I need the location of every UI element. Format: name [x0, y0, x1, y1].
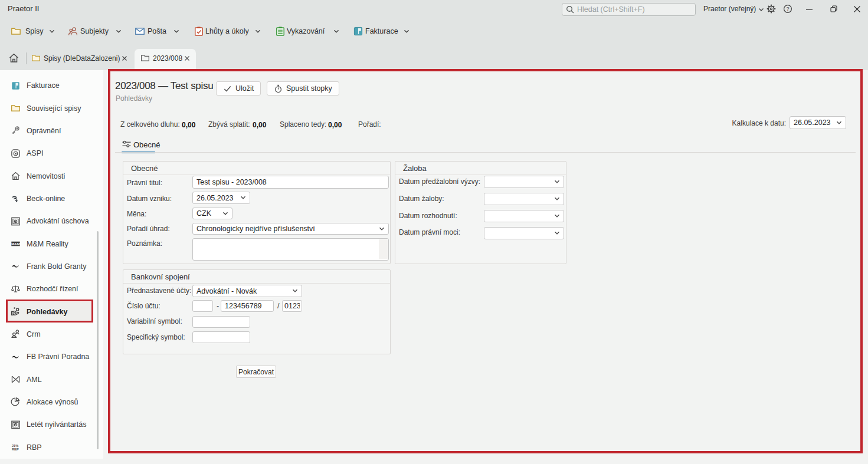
prednastavene-ucty-label: Přednastavené účty: [127, 287, 191, 295]
stat-paid-label: Splaceno tedy: [280, 120, 326, 129]
sidebar-item-frank-bold-granty[interactable]: Frank Bold Granty [0, 255, 103, 278]
chevron-down-icon [554, 214, 560, 218]
pie-chart-icon [11, 397, 21, 407]
sidebar-item-pohledavky[interactable]: Pohledávky [0, 300, 103, 323]
poznamka-textarea[interactable] [192, 238, 389, 261]
safe-icon [11, 216, 21, 226]
sidebar-item-label: Crm [27, 330, 41, 338]
datum-zaloby-label: Datum žaloby: [399, 195, 444, 203]
datum-predzalobni-vyzvy-combo[interactable] [484, 176, 564, 188]
sidebar-item-label: Letét nyilvántartás [27, 420, 86, 429]
people-icon [68, 26, 78, 37]
menu-item-label: Fakturace [365, 27, 398, 35]
sidebar-item-aspi[interactable]: ASPI [0, 142, 103, 164]
cislo-uctu-prefix-input[interactable] [192, 300, 213, 312]
cislo-uctu-number-input[interactable] [221, 300, 274, 312]
pravni-titul-label: Právní titul: [127, 179, 162, 187]
crossed-box-icon [11, 374, 21, 384]
sidebar-item-opravneni[interactable]: Oprávnění [0, 120, 103, 142]
check-icon [223, 84, 232, 93]
calc-date-combo[interactable]: 26.05.2023 [790, 116, 846, 129]
sidebar-item-souvisejici-spisy[interactable]: Související spisy [0, 97, 103, 119]
tab-strip-divider [115, 152, 856, 153]
sidebar-item-label: ASPI [27, 149, 44, 157]
sidebar-item-mm-reality[interactable]: M&M M&M Reality [0, 232, 103, 255]
search-input[interactable] [577, 4, 695, 15]
sidebar-item-advokatni-uschova[interactable]: Advokátní úschova [0, 210, 103, 232]
minimize-button[interactable] [803, 4, 815, 14]
chevron-down-icon [333, 29, 339, 34]
save-button[interactable]: Uložit [216, 81, 261, 96]
tab-obecne[interactable]: Obecné [133, 140, 161, 149]
chevron-down-icon [836, 121, 842, 125]
sidebar-scrollbar[interactable] [97, 231, 99, 449]
sidebar-item-letet-nyilvantartas[interactable]: Letét nyilvántartás [0, 413, 103, 436]
pravni-titul-input[interactable] [192, 176, 389, 189]
sidebar-item-aml[interactable]: AML [0, 368, 103, 390]
rbp-icon: 21% RBP [11, 442, 21, 452]
stat-total-debt-value: 0,00 [182, 121, 195, 129]
datum-pravni-moci-combo[interactable] [484, 227, 564, 239]
sidebar: Fakturace Související spisy Oprávnění AS… [0, 70, 103, 459]
profile-menu[interactable]: Praetor (veřejný) [703, 5, 756, 13]
datum-vzniku-label: Datum vzniku: [127, 195, 172, 203]
datum-vzniku-combo[interactable]: 26.05.2023 [192, 192, 250, 204]
sidebar-item-crm[interactable]: Crm [0, 323, 103, 345]
sidebar-item-rozhodci-rizeni[interactable]: Rozhodčí řízení [0, 278, 103, 300]
search-box[interactable] [562, 3, 696, 16]
groupbox-obecne: Obecné Právní titul: Datum vzniku: 26.05… [123, 161, 391, 264]
tab-label: Spisy (DleDataZalozeni) [44, 54, 120, 62]
sidebar-item-label: FB Právní Poradna [27, 353, 89, 361]
groupbox-divider [395, 175, 566, 175]
maximize-button[interactable] [827, 4, 840, 14]
close-icon[interactable] [184, 55, 190, 61]
page-subtitle: Pohledávky [116, 94, 152, 103]
sidebar-item-nemovitosti[interactable]: Nemovitosti [0, 164, 103, 187]
gear-icon [767, 4, 776, 14]
svg-text:?: ? [786, 6, 789, 12]
sidebar-item-label: Frank Bold Granty [27, 262, 86, 271]
sidebar-item-label: M&M Reality [27, 240, 68, 248]
chevron-down-icon [49, 29, 55, 34]
specificky-symbol-input[interactable] [192, 331, 250, 343]
clipboard-list-icon [275, 26, 286, 37]
datum-rozhodnuti-combo[interactable] [484, 210, 564, 222]
cislo-uctu-bank-code-input[interactable] [282, 300, 302, 312]
prednastavene-ucty-combo[interactable]: Advokátní - Novák [192, 285, 302, 297]
invoice-icon [353, 26, 363, 37]
stat-remaining-value: 0,00 [253, 121, 266, 129]
mena-combo[interactable]: CZK [192, 208, 232, 219]
sidebar-item-alokace-vynosu[interactable]: Alokace výnosů [0, 391, 103, 413]
sidebar-item-fakturace[interactable]: Fakturace [0, 74, 103, 97]
home-icon[interactable] [8, 52, 19, 64]
datum-zaloby-combo[interactable] [484, 193, 564, 205]
sidebar-item-label: Alokace výnosů [27, 398, 78, 406]
restore-icon [830, 5, 838, 13]
continue-button[interactable]: Pokračovat [236, 366, 276, 378]
menu-item-label: Spisy [25, 27, 44, 35]
beck-wing-icon [11, 193, 21, 203]
sidebar-item-label: RBP [27, 443, 42, 452]
aspi-icon [11, 149, 21, 159]
stat-order-label: Pořadí: [358, 120, 381, 129]
poradi-uhrad-combo[interactable]: Chronologicky nejdříve příslušenství [192, 223, 389, 235]
sidebar-item-rbp[interactable]: 21% RBP RBP [0, 436, 103, 459]
sidebar-item-beck-online[interactable]: Beck-online [0, 187, 103, 210]
settings-button[interactable] [765, 4, 778, 14]
invoice-icon [11, 81, 21, 91]
sidebar-item-fb-pravni-poradna[interactable]: FB Právní Poradna [0, 345, 103, 368]
folder-icon [140, 54, 150, 62]
folder-icon [11, 26, 21, 37]
close-icon[interactable] [122, 55, 127, 61]
help-button[interactable]: ? [781, 4, 794, 14]
start-timer-button[interactable]: Spustit stopky [267, 81, 339, 96]
variabilni-symbol-input[interactable] [192, 316, 250, 328]
sliders-icon [122, 139, 132, 149]
specificky-symbol-label: Specifický symbol: [127, 333, 185, 341]
close-button[interactable] [850, 4, 863, 14]
key-icon [11, 126, 21, 136]
chevron-down-icon[interactable] [758, 8, 764, 12]
groupbox-divider [123, 283, 390, 284]
scales-icon [11, 284, 21, 294]
sidebar-item-label: AML [27, 376, 42, 384]
